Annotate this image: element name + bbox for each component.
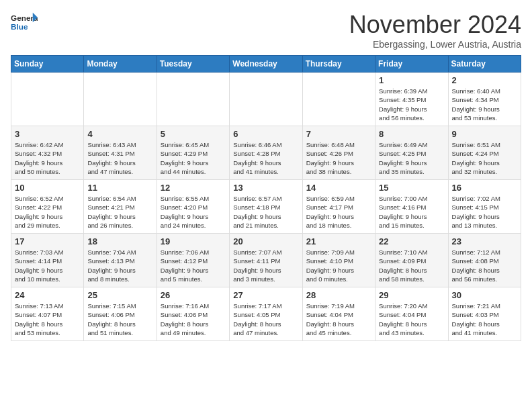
day-info: Sunrise: 6:39 AM Sunset: 4:35 PM Dayligh… [379,87,444,122]
location: Ebergassing, Lower Austria, Austria [349,39,521,50]
day-info: Sunrise: 6:54 AM Sunset: 4:21 PM Dayligh… [87,194,152,230]
calendar-cell: 10Sunrise: 6:52 AM Sunset: 4:22 PM Dayli… [11,180,84,234]
day-info: Sunrise: 6:51 AM Sunset: 4:24 PM Dayligh… [452,140,517,176]
calendar-cell: 8Sunrise: 6:49 AM Sunset: 4:25 PM Daylig… [375,126,448,180]
day-number: 23 [452,236,517,246]
day-info: Sunrise: 7:21 AM Sunset: 4:03 PM Dayligh… [452,302,517,337]
calendar-cell: 30Sunrise: 7:21 AM Sunset: 4:03 PM Dayli… [448,287,521,341]
weekday-header: Tuesday [157,56,229,73]
calendar-cell: 4Sunrise: 6:43 AM Sunset: 4:31 PM Daylig… [84,126,157,180]
calendar-week-row: 24Sunrise: 7:13 AM Sunset: 4:07 PM Dayli… [11,287,521,341]
day-number: 25 [87,290,152,300]
day-info: Sunrise: 6:42 AM Sunset: 4:32 PM Dayligh… [15,140,80,176]
calendar-week-row: 3Sunrise: 6:42 AM Sunset: 4:32 PM Daylig… [11,126,521,180]
day-info: Sunrise: 7:13 AM Sunset: 4:07 PM Dayligh… [15,302,80,337]
page-header: General Blue November 2024 Ebergassing, … [11,11,521,50]
day-number: 11 [87,183,152,193]
svg-text:Blue: Blue [11,22,28,32]
calendar-cell: 28Sunrise: 7:19 AM Sunset: 4:04 PM Dayli… [302,287,375,341]
day-info: Sunrise: 6:57 AM Sunset: 4:18 PM Dayligh… [233,194,298,230]
day-number: 2 [452,75,517,85]
calendar-cell: 1Sunrise: 6:39 AM Sunset: 4:35 PM Daylig… [375,73,448,126]
day-number: 30 [452,290,517,300]
calendar-cell: 21Sunrise: 7:09 AM Sunset: 4:10 PM Dayli… [302,234,375,287]
calendar-cell: 15Sunrise: 7:00 AM Sunset: 4:16 PM Dayli… [375,180,448,234]
day-info: Sunrise: 6:48 AM Sunset: 4:26 PM Dayligh… [306,140,371,176]
day-number: 18 [87,236,152,246]
day-info: Sunrise: 7:16 AM Sunset: 4:06 PM Dayligh… [161,302,226,337]
calendar-cell: 12Sunrise: 6:55 AM Sunset: 4:20 PM Dayli… [157,180,229,234]
day-number: 22 [379,236,444,246]
calendar-table: SundayMondayTuesdayWednesdayThursdayFrid… [11,55,521,341]
day-info: Sunrise: 7:07 AM Sunset: 4:11 PM Dayligh… [233,248,298,283]
day-number: 14 [306,183,371,193]
day-info: Sunrise: 6:52 AM Sunset: 4:22 PM Dayligh… [15,194,80,230]
day-info: Sunrise: 7:17 AM Sunset: 4:05 PM Dayligh… [233,302,298,337]
day-number: 9 [452,129,517,139]
day-info: Sunrise: 7:02 AM Sunset: 4:15 PM Dayligh… [452,194,517,230]
day-info: Sunrise: 7:19 AM Sunset: 4:04 PM Dayligh… [306,302,371,337]
calendar-cell [302,73,375,126]
calendar-cell [230,73,302,126]
day-info: Sunrise: 7:04 AM Sunset: 4:13 PM Dayligh… [87,248,152,283]
day-info: Sunrise: 6:49 AM Sunset: 4:25 PM Dayligh… [379,140,444,176]
calendar-cell: 14Sunrise: 6:59 AM Sunset: 4:17 PM Dayli… [302,180,375,234]
day-info: Sunrise: 6:55 AM Sunset: 4:20 PM Dayligh… [161,194,226,230]
calendar-cell: 29Sunrise: 7:20 AM Sunset: 4:04 PM Dayli… [375,287,448,341]
day-number: 27 [233,290,298,300]
day-info: Sunrise: 6:59 AM Sunset: 4:17 PM Dayligh… [306,194,371,230]
day-info: Sunrise: 6:45 AM Sunset: 4:29 PM Dayligh… [161,140,226,176]
day-number: 20 [233,236,298,246]
day-number: 13 [233,183,298,193]
day-number: 15 [379,183,444,193]
day-number: 29 [379,290,444,300]
weekday-header: Monday [84,56,157,73]
calendar-cell: 2Sunrise: 6:40 AM Sunset: 4:34 PM Daylig… [448,73,521,126]
day-number: 5 [161,129,226,139]
day-number: 1 [379,75,444,85]
day-info: Sunrise: 7:20 AM Sunset: 4:04 PM Dayligh… [379,302,444,337]
logo-icon: General Blue [11,11,38,36]
day-number: 28 [306,290,371,300]
calendar-cell: 5Sunrise: 6:45 AM Sunset: 4:29 PM Daylig… [157,126,229,180]
day-number: 19 [161,236,226,246]
month-title: November 2024 [349,11,521,39]
day-info: Sunrise: 7:12 AM Sunset: 4:08 PM Dayligh… [452,248,517,283]
weekday-header: Saturday [448,56,521,73]
day-number: 17 [15,236,80,246]
calendar-cell [11,73,84,126]
weekday-header: Thursday [302,56,375,73]
calendar-week-row: 17Sunrise: 7:03 AM Sunset: 4:14 PM Dayli… [11,234,521,287]
calendar-cell: 22Sunrise: 7:10 AM Sunset: 4:09 PM Dayli… [375,234,448,287]
weekday-header: Sunday [11,56,84,73]
day-info: Sunrise: 7:00 AM Sunset: 4:16 PM Dayligh… [379,194,444,230]
logo: General Blue [11,11,38,36]
day-number: 12 [161,183,226,193]
calendar-cell: 24Sunrise: 7:13 AM Sunset: 4:07 PM Dayli… [11,287,84,341]
calendar-cell: 11Sunrise: 6:54 AM Sunset: 4:21 PM Dayli… [84,180,157,234]
day-info: Sunrise: 6:43 AM Sunset: 4:31 PM Dayligh… [87,140,152,176]
calendar-week-row: 1Sunrise: 6:39 AM Sunset: 4:35 PM Daylig… [11,73,521,126]
calendar-cell: 27Sunrise: 7:17 AM Sunset: 4:05 PM Dayli… [230,287,302,341]
day-info: Sunrise: 7:10 AM Sunset: 4:09 PM Dayligh… [379,248,444,283]
day-number: 24 [15,290,80,300]
calendar-cell: 16Sunrise: 7:02 AM Sunset: 4:15 PM Dayli… [448,180,521,234]
calendar-cell [157,73,229,126]
weekday-header: Friday [375,56,448,73]
day-number: 7 [306,129,371,139]
calendar-cell: 23Sunrise: 7:12 AM Sunset: 4:08 PM Dayli… [448,234,521,287]
calendar-cell: 3Sunrise: 6:42 AM Sunset: 4:32 PM Daylig… [11,126,84,180]
day-number: 16 [452,183,517,193]
calendar-cell: 20Sunrise: 7:07 AM Sunset: 4:11 PM Dayli… [230,234,302,287]
day-number: 8 [379,129,444,139]
day-info: Sunrise: 6:46 AM Sunset: 4:28 PM Dayligh… [233,140,298,176]
calendar-cell: 6Sunrise: 6:46 AM Sunset: 4:28 PM Daylig… [230,126,302,180]
day-number: 21 [306,236,371,246]
calendar-cell: 19Sunrise: 7:06 AM Sunset: 4:12 PM Dayli… [157,234,229,287]
calendar-cell: 7Sunrise: 6:48 AM Sunset: 4:26 PM Daylig… [302,126,375,180]
day-number: 26 [161,290,226,300]
calendar-cell: 17Sunrise: 7:03 AM Sunset: 4:14 PM Dayli… [11,234,84,287]
calendar-cell [84,73,157,126]
calendar-header-row: SundayMondayTuesdayWednesdayThursdayFrid… [11,56,521,73]
day-info: Sunrise: 7:06 AM Sunset: 4:12 PM Dayligh… [161,248,226,283]
